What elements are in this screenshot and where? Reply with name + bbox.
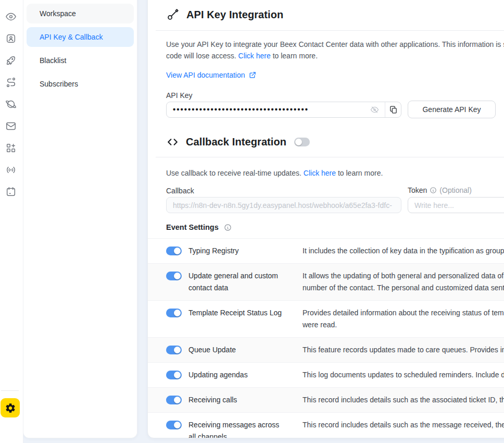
sidebar-item-subscribers[interactable]: Subscribers [27, 74, 134, 94]
api-key-masked-value: •••••••••••••••••••••••••••••••••••• [173, 105, 309, 114]
toggle-knob [174, 422, 181, 428]
page-background: { "colors": { "accent_blue": "#1677ff", … [0, 0, 504, 443]
api-key-description-line1: Use your API Key to integrate your Beex … [166, 40, 504, 48]
broadcast-icon[interactable] [5, 164, 17, 176]
token-optional-text: (Optional) [439, 186, 471, 194]
api-key-section-header: API Key Integration [166, 8, 283, 21]
event-toggle[interactable] [166, 247, 182, 255]
planet-icon[interactable] [5, 98, 17, 110]
event-settings-heading: Event Settings [166, 223, 232, 231]
toggle-knob [174, 397, 181, 403]
view-api-documentation-link[interactable]: View API documentation [166, 71, 256, 79]
icon-rail [0, 0, 23, 443]
event-label: Receiving calls [188, 394, 287, 406]
event-toggle[interactable] [166, 272, 182, 280]
settings-gear-icon [5, 402, 16, 414]
callback-description: Use callback to receive real-time update… [166, 167, 383, 179]
api-key-input[interactable]: •••••••••••••••••••••••••••••••••••• [167, 102, 370, 117]
token-input[interactable] [408, 197, 504, 213]
event-toggle[interactable] [166, 309, 182, 317]
event-label: Receiving messages across all channels [188, 419, 287, 438]
api-key-description: Use your API Key to integrate your Beex … [166, 39, 504, 61]
event-description: It allows the updating of both general a… [303, 270, 504, 294]
event-settings-label: Event Settings [166, 223, 219, 231]
settings-nav: Workspace API Key & Callback Blacklist S… [23, 0, 137, 438]
api-key-input-group: •••••••••••••••••••••••••••••••••••• [166, 102, 401, 118]
callback-url-input[interactable]: https://n8n-dev-n8n.5gy1dy.easypanel.hos… [166, 197, 401, 213]
api-learn-more-link[interactable]: Click here [238, 52, 271, 60]
sidebar-item-blacklist[interactable]: Blacklist [27, 51, 134, 70]
token-info-icon[interactable] [430, 187, 437, 194]
mail-icon[interactable] [5, 120, 17, 132]
toggle-knob [174, 310, 181, 316]
event-row: Receiving calls This record includes det… [148, 387, 504, 412]
route-icon[interactable] [5, 76, 17, 89]
api-key-description-line2: code will lose access. [166, 52, 238, 60]
doc-link-label: View API documentation [166, 71, 245, 79]
event-description: This feature records updates made to car… [303, 344, 504, 356]
event-toggle[interactable] [166, 346, 182, 354]
event-toggle[interactable] [166, 371, 182, 379]
callback-learn-more-link[interactable]: Click here [304, 169, 336, 177]
event-description: This record includes details such as the… [303, 394, 504, 406]
token-field-label: Token (Optional) [408, 186, 472, 194]
event-row: Update general and custom contact data I… [148, 263, 504, 300]
callback-section-title: Callback Integration [186, 136, 286, 148]
event-row: Template Receipt Status Log Provides det… [148, 300, 504, 337]
event-label: Updating agendas [188, 369, 287, 381]
event-description: This record includes details such as the… [303, 419, 504, 431]
api-key-section-title: API Key Integration [186, 9, 283, 21]
api-key-field-label: API Key [166, 91, 193, 100]
sidebar-item-api-key-callback[interactable]: API Key & Callback [27, 27, 134, 47]
toggle-knob [174, 347, 181, 353]
event-toggle[interactable] [166, 396, 182, 404]
sidebar-item-label: Subscribers [40, 80, 78, 88]
section-divider [156, 157, 504, 157]
token-label-text: Token [408, 186, 427, 194]
callback-section-header: Callback Integration [166, 136, 310, 149]
toggle-knob [295, 139, 302, 145]
event-label: Queue Update [188, 344, 287, 356]
copy-icon[interactable] [385, 102, 401, 117]
event-row: Updating agendas This log documents upda… [148, 362, 504, 387]
event-row: Queue Update This feature records update… [148, 337, 504, 362]
toggle-knob [174, 273, 181, 279]
event-description: This log documents updates to scheduled … [303, 369, 504, 381]
contact-card-icon[interactable] [5, 32, 17, 45]
key-icon [166, 8, 180, 21]
section-divider [156, 30, 504, 31]
external-link-icon [248, 71, 256, 79]
event-row: Receiving messages across all channels T… [148, 412, 504, 438]
event-settings-info-icon[interactable] [224, 224, 232, 231]
event-label: Update general and custom contact data [188, 270, 287, 294]
callback-field-label: Callback [166, 187, 194, 195]
sidebar-item-label: Workspace [40, 9, 76, 18]
event-label: Typing Registry [188, 245, 287, 257]
event-row: Typing Registry It includes the collecti… [148, 238, 504, 263]
rail-divider [1, 390, 19, 391]
code-icon [166, 136, 179, 149]
event-toggle[interactable] [166, 421, 182, 429]
api-key-description-line2-end: to learn more. [271, 52, 318, 60]
apps-add-icon[interactable] [5, 142, 17, 154]
event-label: Template Receipt Status Log [188, 307, 287, 319]
toggle-knob [174, 372, 181, 378]
event-description: Provides detailed information about the … [303, 307, 504, 331]
eye-off-icon[interactable] [370, 102, 385, 117]
settings-button[interactable] [1, 398, 20, 417]
event-description: It includes the collection of key data i… [303, 245, 504, 257]
callback-integration-toggle[interactable] [294, 138, 310, 146]
settings-card: API Key Integration Use your API Key to … [147, 0, 504, 438]
sidebar-item-workspace[interactable]: Workspace [27, 4, 134, 23]
callback-description-text: Use callback to receive real-time update… [166, 169, 304, 177]
calendar-icon[interactable] [5, 186, 17, 198]
generate-api-key-button[interactable]: Generate API Key [408, 101, 496, 118]
eye-icon[interactable] [5, 10, 17, 23]
sidebar-item-label: API Key & Callback [40, 33, 103, 41]
sidebar-item-label: Blacklist [40, 56, 66, 65]
rocket-icon[interactable] [5, 54, 17, 67]
event-settings-table: Typing Registry It includes the collecti… [148, 238, 504, 438]
callback-description-end: to learn more. [336, 169, 383, 177]
toggle-knob [174, 248, 181, 254]
